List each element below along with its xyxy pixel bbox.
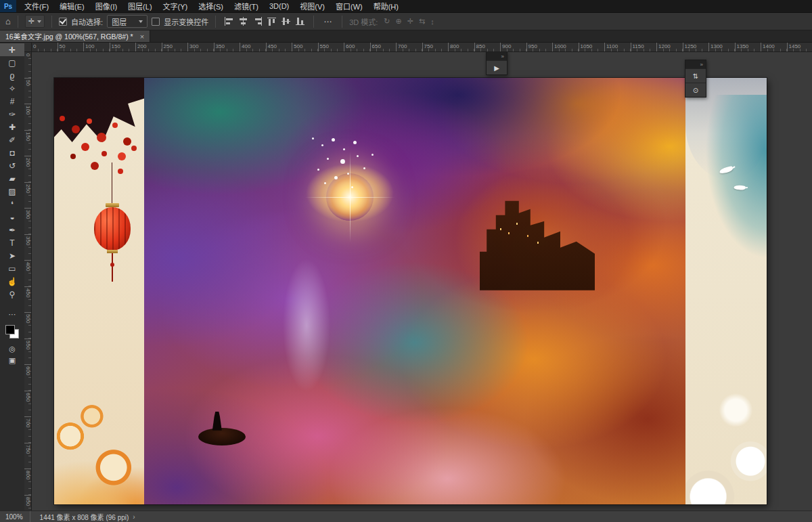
photoshop-window: Ps 文件(F)编辑(E)图像(I)图层(L)文字(Y)选择(S)滤镜(T)3D… (0, 0, 812, 522)
canvas-viewport[interactable]: » ▶ » ⇅ ⊙ (31, 51, 812, 511)
blur-tool[interactable]: ❛ (0, 198, 24, 211)
ruler-label: 100 (83, 42, 94, 51)
align-horizontal-centers-icon[interactable] (238, 17, 248, 26)
auto-select-dropdown[interactable]: 图层 (107, 15, 148, 28)
menu-item[interactable]: 滤镜(T) (229, 0, 264, 12)
menu-item[interactable]: 文件(F) (19, 0, 54, 12)
menu-item[interactable]: 帮助(H) (368, 0, 404, 12)
close-tab-icon[interactable]: × (140, 32, 144, 41)
ruler-label: 1300 (708, 42, 723, 51)
foreground-color-swatch[interactable] (5, 325, 15, 334)
collapse-panel-icon[interactable]: » (700, 62, 704, 68)
ruler-label: 700 (24, 416, 31, 427)
align-vertical-centers-icon[interactable] (281, 17, 291, 26)
menu-item[interactable]: 3D(D) (264, 0, 294, 12)
zoom-level-field[interactable]: 100% (0, 511, 30, 522)
ruler-label: 800 (24, 469, 31, 479)
clone-stamp-tool[interactable]: ◘ (0, 146, 24, 159)
figure-silhouette (212, 412, 222, 431)
ruler-label: 700 (396, 42, 407, 51)
menu-item[interactable]: 选择(S) (193, 0, 229, 12)
ruler-label: 200 (135, 42, 146, 51)
ruler-label: 600 (24, 364, 31, 375)
menu-item[interactable]: 图层(L) (122, 0, 157, 12)
align-top-edges-icon[interactable] (267, 17, 277, 26)
tool-preset-button[interactable]: ✛ (25, 15, 45, 28)
menu-item[interactable]: 视图(V) (294, 0, 330, 12)
ruler-label: 150 (110, 42, 120, 51)
document-title: 16美食文字.jpg @ 100%(567, RGB/8#) * (5, 31, 133, 41)
pen-tool[interactable]: ✒ (0, 223, 24, 236)
menu-item[interactable]: 窗口(W) (330, 0, 368, 12)
path-selection-tool[interactable]: ➤ (0, 249, 24, 262)
dodge-tool[interactable]: ◒ (0, 211, 24, 223)
ruler-label: 550 (24, 339, 31, 349)
ruler-label: 500 (24, 312, 31, 323)
horizontal-ruler[interactable]: 0501001502002503003504004505005506006507… (31, 42, 812, 52)
move-tool[interactable]: ✛ (0, 43, 24, 56)
menu-item[interactable]: 图像(I) (90, 0, 122, 12)
auto-select-checkbox[interactable] (59, 18, 67, 26)
crop-tool[interactable]: # (0, 95, 24, 108)
zoom-tool[interactable]: ⚲ (0, 288, 24, 301)
status-chevron-icon[interactable]: › (133, 513, 135, 521)
menu-item[interactable]: 编辑(E) (54, 0, 90, 12)
ruler-label: 400 (240, 42, 250, 51)
eye-icon[interactable]: ⊙ (693, 87, 698, 94)
healing-brush-tool[interactable]: ✚ (0, 121, 24, 133)
lasso-tool[interactable]: ϱ (0, 69, 24, 82)
ruler-label: 400 (24, 260, 31, 271)
align-right-edges-icon[interactable] (252, 17, 263, 26)
menu-items: 文件(F)编辑(E)图像(I)图层(L)文字(Y)选择(S)滤镜(T)3D(D)… (19, 0, 404, 12)
tools-panel: ✛▢ϱ✧#✑✚✐◘↺▰▨❛◒✒T➤▭☝⚲ ⋯ ◎ ▣ (0, 42, 25, 511)
show-transform-label: 显示变换控件 (164, 16, 208, 27)
type-tool[interactable]: T (0, 236, 24, 249)
ruler-label: 1050 (579, 42, 593, 51)
align-left-edges-icon[interactable] (224, 17, 234, 26)
eraser-tool[interactable]: ▰ (0, 172, 24, 185)
ruler-label: 0 (24, 51, 31, 56)
ruler-label: 850 (24, 495, 31, 506)
collapse-panel-icon[interactable]: » (501, 53, 505, 60)
move-tool-icon: ✛ (28, 17, 35, 26)
brush-tool[interactable]: ✐ (0, 133, 24, 146)
align-bottom-edges-icon[interactable] (295, 17, 305, 26)
history-brush-tool[interactable]: ↺ (0, 159, 24, 172)
home-icon[interactable]: ⌂ (5, 16, 11, 26)
axis-icon[interactable]: ⇅ (693, 72, 698, 80)
menu-item[interactable]: 文字(Y) (158, 0, 194, 12)
3d-slide-icon: ⇆ (417, 17, 427, 26)
3d-drag-icon: ✛ (405, 17, 415, 26)
eyedropper-tool[interactable]: ✑ (0, 108, 24, 121)
app-logo[interactable]: Ps (0, 0, 16, 12)
ruler-label: 800 (448, 42, 459, 51)
vertical-ruler[interactable]: 0501001502002503003504004505005506006507… (24, 51, 32, 511)
gradient-tool[interactable]: ▨ (0, 185, 24, 198)
ruler-label: 350 (24, 234, 31, 245)
quick-selection-tool[interactable]: ✧ (0, 82, 24, 95)
ruler-label: 50 (24, 78, 31, 86)
more-options-button[interactable]: ⋯ (321, 17, 335, 26)
hand-tool[interactable]: ☝ (0, 275, 24, 288)
document-tab-bar: 16美食文字.jpg @ 100%(567, RGB/8#) * × (0, 30, 812, 43)
color-swatches[interactable] (5, 324, 20, 339)
rectangular-marquee-tool[interactable]: ▢ (0, 56, 24, 69)
ruler-label: 950 (526, 42, 537, 51)
document-tab[interactable]: 16美食文字.jpg @ 100%(567, RGB/8#) * × (0, 30, 150, 42)
rectangle-tool[interactable]: ▭ (0, 262, 24, 275)
ruler-label: 450 (24, 286, 31, 297)
chevron-down-icon (37, 20, 41, 23)
auto-select-value: 图层 (112, 16, 127, 27)
ruler-label: 150 (24, 130, 31, 141)
document-canvas[interactable] (54, 78, 767, 504)
ruler-corner[interactable] (24, 42, 32, 52)
play-icon[interactable]: ▶ (494, 64, 499, 72)
edit-toolbar-button[interactable]: ⋯ (0, 309, 24, 320)
ruler-label: 1450 (787, 42, 801, 51)
colorful-artwork (144, 78, 685, 504)
ruler-label: 50 (58, 42, 66, 51)
quick-mask-button[interactable]: ◎ (0, 343, 24, 355)
screen-mode-button[interactable]: ▣ (0, 355, 24, 366)
show-transform-checkbox[interactable] (152, 18, 160, 26)
ruler-label: 1150 (631, 42, 644, 51)
